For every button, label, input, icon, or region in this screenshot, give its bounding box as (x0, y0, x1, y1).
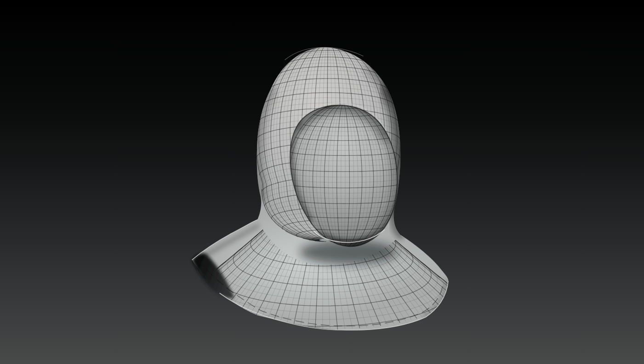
sculpt-render-canvas (0, 0, 644, 364)
zbrush-document-viewport[interactable] (0, 0, 644, 364)
